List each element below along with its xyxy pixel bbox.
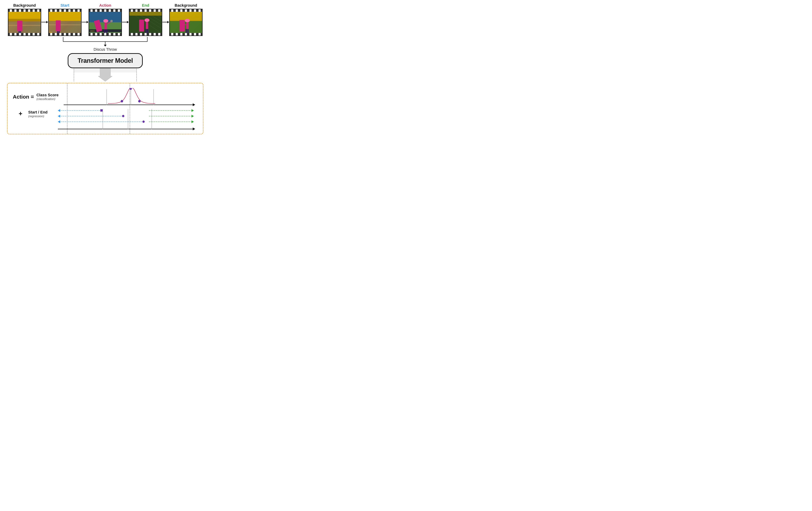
svg-point-27 — [110, 20, 113, 22]
svg-rect-13 — [57, 21, 60, 23]
reg-dot-1 — [100, 109, 103, 112]
reg-blue-1 — [58, 110, 102, 111]
transformer-box: Transformer Model — [68, 53, 143, 68]
bell-curve-area — [64, 87, 198, 107]
svg-rect-10 — [49, 12, 81, 21]
svg-point-38 — [145, 19, 149, 22]
svg-marker-56 — [104, 45, 107, 47]
frame-label-bg1: Background — [13, 3, 36, 8]
reg-blue-2-arrow — [58, 115, 60, 117]
svg-marker-9 — [46, 21, 48, 23]
reg-vert-2 — [128, 109, 128, 129]
svg-marker-19 — [87, 21, 88, 23]
plus-sign: + — [13, 110, 28, 117]
reg-green-1-arrow — [192, 109, 194, 112]
svg-marker-57 — [98, 68, 112, 81]
film-frame-action: OMEGA — [89, 9, 122, 36]
frames-row: Background — [0, 0, 210, 36]
reg-row-2 — [58, 116, 194, 116]
reg-blue-2 — [58, 116, 123, 116]
bracket-section — [0, 37, 210, 47]
reg-green-3-arrow — [192, 120, 194, 123]
svg-rect-51 — [187, 29, 188, 33]
frame-item-start: Start CO — [48, 3, 82, 36]
svg-point-47 — [185, 19, 190, 22]
svg-rect-3 — [8, 25, 41, 26]
svg-rect-40 — [145, 29, 146, 33]
class-score-sub: (classification) — [36, 97, 64, 101]
film-frame-start: CO — [48, 9, 82, 36]
reg-blue-3-arrow — [58, 120, 60, 123]
start-end-text: Start / End (regression) — [28, 110, 58, 118]
svg-rect-16 — [59, 29, 60, 33]
svg-point-58 — [121, 100, 123, 103]
frame-item-bg1: Background — [8, 3, 41, 36]
main-container: Background — [0, 0, 210, 134]
svg-rect-50 — [186, 29, 187, 33]
film-inner-action: OMEGA — [89, 12, 121, 33]
svg-rect-12 — [49, 24, 81, 25]
action-label: Action — [13, 94, 28, 100]
reg-blue-1-arrow — [58, 109, 60, 112]
reg-dot-3 — [142, 120, 145, 123]
bracket-svg — [51, 37, 160, 47]
film-inner-bg2 — [170, 12, 202, 33]
reg-green-2-arrow — [192, 115, 194, 117]
discus-label-row: Discus Throw — [0, 47, 210, 52]
film-frame-end — [129, 9, 162, 36]
reg-dot-2 — [122, 115, 124, 117]
start-end-main: Start / End — [28, 110, 58, 115]
reg-green-3 — [149, 121, 194, 122]
svg-rect-11 — [49, 21, 81, 33]
down-arrow-svg — [98, 68, 112, 81]
svg-rect-48 — [186, 22, 188, 29]
film-inner-start: CO — [49, 12, 81, 33]
reg-axis-arrow — [193, 127, 195, 130]
svg-text:CO: CO — [50, 31, 52, 33]
film-frame-bg1 — [8, 9, 41, 36]
svg-rect-2 — [8, 21, 41, 33]
frame-label-start: Start — [60, 3, 69, 8]
reg-axis-line — [58, 129, 194, 129]
reg-vert-1 — [103, 109, 103, 129]
arrow-3 — [122, 15, 129, 24]
class-score-row: Action = Class Score (classification) — [13, 87, 198, 107]
svg-marker-44 — [167, 21, 169, 23]
class-axis-arrow — [193, 103, 195, 106]
class-score-text: Class Score (classification) — [36, 93, 64, 101]
svg-rect-41 — [147, 29, 148, 33]
frame-item-action: Action OMEGA — [89, 3, 122, 36]
middle-section: Transformer Model — [0, 53, 210, 81]
frame-label-end: End — [142, 3, 149, 8]
regression-area — [58, 108, 198, 131]
svg-point-24 — [103, 19, 108, 23]
start-end-sub: (regression) — [28, 115, 58, 118]
svg-rect-6 — [19, 30, 20, 33]
reg-green-1 — [149, 110, 194, 111]
svg-text:OMEGA: OMEGA — [90, 30, 94, 32]
svg-rect-29 — [106, 29, 107, 33]
svg-rect-15 — [57, 29, 58, 33]
svg-rect-14 — [58, 23, 60, 29]
svg-rect-28 — [104, 29, 105, 33]
equals-sign: = — [31, 94, 34, 100]
svg-rect-42 — [129, 12, 162, 16]
arrow-2 — [82, 15, 89, 24]
film-frame-bg2 — [169, 9, 203, 36]
class-score-main: Class Score — [36, 93, 64, 97]
output-section: Action = Class Score (classification) — [7, 83, 203, 134]
reg-vert-3 — [151, 109, 152, 129]
reg-blue-3 — [58, 121, 143, 122]
arrow-1 — [41, 15, 48, 24]
frame-label-bg2: Background — [175, 3, 197, 8]
down-arrow-section — [0, 68, 210, 81]
discus-label: Discus Throw — [94, 47, 117, 52]
svg-point-59 — [129, 88, 132, 90]
frame-item-bg2: Background — [169, 3, 203, 36]
reg-row-1 — [58, 110, 194, 111]
plus-row: + Start / End (regression) — [13, 108, 198, 131]
svg-point-60 — [138, 100, 141, 103]
bell-curve-svg — [70, 88, 191, 105]
reg-green-2 — [149, 116, 194, 116]
svg-rect-39 — [146, 22, 148, 29]
